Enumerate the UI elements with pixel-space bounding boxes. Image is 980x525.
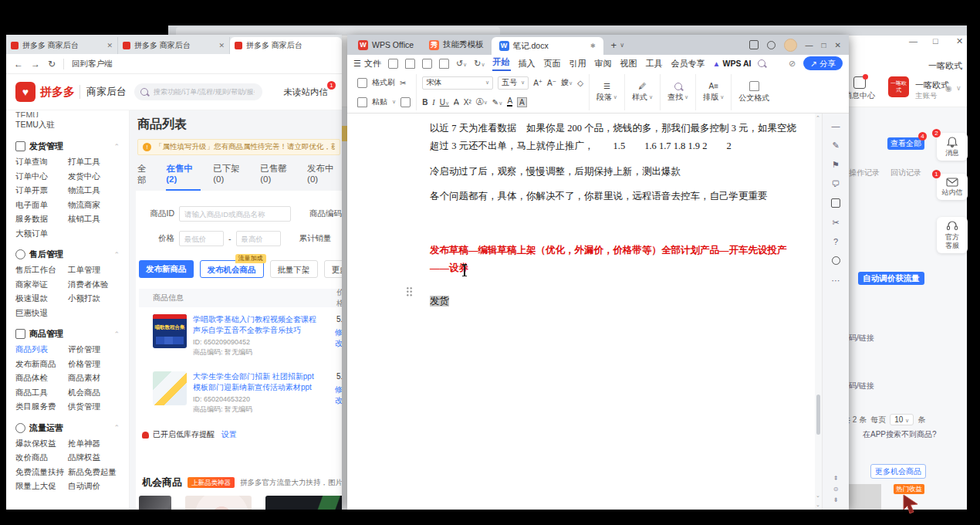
tab-visit-record[interactable]: 回访记录	[890, 168, 921, 177]
save-icon[interactable]	[388, 59, 398, 69]
font-color-icon[interactable]: A	[507, 97, 512, 107]
sidebar-item[interactable]: 评价管理	[68, 342, 129, 357]
menu-insert[interactable]: 插入	[518, 58, 536, 69]
app-search-tip-link[interactable]: 在APP搜索不到商品?	[863, 429, 937, 440]
image-tool-icon[interactable]	[831, 198, 840, 208]
menu-view[interactable]: 视图	[620, 58, 638, 69]
sidebar-item[interactable]: 电子面单	[15, 198, 68, 212]
maximize-icon[interactable]: □	[822, 41, 826, 49]
undo-icon[interactable]: ↺∨	[456, 59, 467, 69]
phonetic-icon[interactable]: 嫂∨	[561, 77, 573, 88]
unread-mail[interactable]: 未读站内信 1	[284, 86, 333, 98]
find-group[interactable]: 查找∨	[661, 74, 696, 110]
sidebar-item[interactable]: 商品素材	[68, 371, 129, 385]
menu-home[interactable]: 开始	[492, 56, 511, 71]
menu-reference[interactable]: 引用	[569, 58, 587, 69]
wps-doc-tab-active[interactable]: W 笔记.docx ✱	[492, 37, 603, 55]
sidebar-item[interactable]: 订单中心	[15, 169, 68, 184]
mail-widget[interactable]: 站内信	[937, 174, 968, 200]
tab-all[interactable]: 全部	[137, 163, 154, 191]
tab-publishing[interactable]: 发布中(0)	[307, 163, 342, 191]
sidebar-item[interactable]: 巨惠快退	[15, 306, 68, 320]
price-min-input[interactable]	[179, 231, 224, 246]
underline-icon[interactable]: U∨	[440, 98, 449, 107]
highlight-icon[interactable]: ✎∨	[492, 98, 503, 107]
close-icon[interactable]: ✕	[956, 37, 963, 46]
sidebar-section-products[interactable]: 商品管理 ⌃	[15, 328, 129, 340]
opportunity-thumbnail[interactable]	[265, 496, 342, 510]
tab-close-icon[interactable]: ✕	[106, 42, 113, 49]
copy-icon[interactable]	[400, 97, 411, 107]
collapse-icon[interactable]: —	[832, 121, 840, 131]
minimize-icon[interactable]: —	[909, 37, 917, 46]
new-tab-icon[interactable]: +	[611, 39, 617, 51]
menu-member[interactable]: 会员专享	[671, 58, 706, 69]
sidebar-item[interactable]: 爆款保权益	[15, 436, 68, 451]
tab-operation-record[interactable]: 操作记录	[849, 168, 880, 177]
grow-font-icon[interactable]: A⁺	[533, 79, 542, 87]
sidebar-item[interactable]: 机会商品	[68, 385, 129, 400]
superscript-icon[interactable]: X²	[464, 98, 471, 107]
message-center-icon[interactable]	[853, 76, 866, 89]
layout-group[interactable]: A≡ 排版∨	[696, 74, 732, 110]
chevron-down-icon[interactable]: ∨	[956, 84, 961, 92]
close-icon[interactable]: ✕	[835, 41, 841, 49]
sidebar-item[interactable]: 大额订单	[15, 226, 68, 241]
scroll-up-icon[interactable]: ⌃	[816, 115, 820, 121]
wps-home-tab[interactable]: W WPS Office	[350, 35, 421, 55]
strikethrough-icon[interactable]: A	[454, 98, 459, 107]
global-search[interactable]	[134, 83, 262, 100]
sidebar-item[interactable]: 服务数据	[15, 212, 68, 226]
opportunity-thumbnail[interactable]	[185, 496, 252, 510]
preview-icon[interactable]	[439, 59, 449, 69]
auto-reprice-button[interactable]: 自动调价获流量	[858, 272, 924, 285]
eye-protect-icon[interactable]: ⊘	[789, 59, 796, 69]
paste-icon[interactable]	[357, 97, 367, 107]
sidebar-item[interactable]: 类目服务费	[15, 399, 68, 414]
workspace-icon[interactable]	[749, 40, 759, 49]
tab-soldout[interactable]: 已售罄(0)	[260, 163, 295, 191]
share-button[interactable]: ↗分享	[803, 56, 843, 70]
style-group[interactable]: 🖉 样式∨	[625, 74, 661, 110]
sidebar-item[interactable]: 物流工具	[68, 183, 129, 198]
sidebar-item[interactable]: 新品免费起量	[68, 465, 129, 479]
help-icon[interactable]: ?	[833, 237, 838, 247]
export-icon[interactable]	[422, 59, 432, 69]
sidebar-item[interactable]: 免费流量扶持	[15, 465, 68, 479]
redo-icon[interactable]: ↻∨	[474, 59, 485, 69]
char-shading-icon[interactable]: A	[517, 97, 527, 107]
clear-format-icon[interactable]: ◇	[577, 79, 583, 87]
sidebar-item[interactable]: 打单工具	[68, 154, 129, 169]
cut-icon[interactable]: ✂	[400, 79, 406, 87]
sidebar-item[interactable]: 小额打款	[68, 291, 129, 306]
sidebar-item[interactable]: 商品工具	[15, 385, 68, 400]
browser-tab-2[interactable]: 拼多多 商家后台 ✕	[118, 37, 230, 54]
eye-icon[interactable]: ◉	[945, 84, 952, 93]
sidebar-item[interactable]: 订单查询	[15, 154, 68, 169]
minimize-icon[interactable]: —	[806, 41, 813, 49]
next-page-icon[interactable]: ⌄	[816, 502, 820, 508]
document-edit-area[interactable]: 以近 7 天为准看数据 如果你是 200 个品，烧钱的多，那我们最多控制 3 元…	[347, 113, 815, 510]
sidebar-item[interactable]: 发布新商品	[15, 357, 68, 371]
fit-page-icon[interactable]: ⇞	[833, 475, 839, 482]
more-opportunity-button[interactable]: 更多机会商品	[870, 464, 926, 479]
price-max-input[interactable]	[236, 231, 281, 246]
sidebar-item[interactable]: 消费者体验	[68, 277, 129, 292]
tab-onsale[interactable]: 在售中(2)	[166, 163, 201, 191]
edit-pen-icon[interactable]: ✎	[832, 141, 839, 151]
publish-product-button[interactable]: 发布新商品	[139, 260, 194, 278]
search-input[interactable]	[152, 87, 256, 97]
vertical-scrollbar[interactable]: ⌃ ⌄ ⌄	[815, 113, 822, 510]
sidebar-item[interactable]: 供货管理	[68, 399, 129, 414]
sidebar-item[interactable]: 售后工作台	[15, 262, 68, 277]
comment-icon[interactable]: 🗩	[832, 179, 840, 189]
gov-format-group[interactable]: 公文格式	[732, 74, 776, 110]
paragraph-drag-handle[interactable]	[406, 286, 413, 296]
sidebar-item[interactable]: 极速退款	[15, 291, 68, 306]
table-row[interactable]: 大学生学生会部门招新 社团招新ppt模板部门迎新纳新宣传活动素材ppt ID: …	[139, 364, 342, 422]
publish-opportunity-button[interactable]: 发布机会商品 流量加成	[200, 260, 264, 278]
font-size-select[interactable]: 五号∨	[498, 76, 529, 90]
format-painter-label[interactable]: 格式刷	[372, 77, 395, 88]
sidebar-item[interactable]: 工单管理	[68, 262, 129, 277]
sidebar-section-aftersale[interactable]: 售后管理 ⌃	[15, 249, 129, 260]
